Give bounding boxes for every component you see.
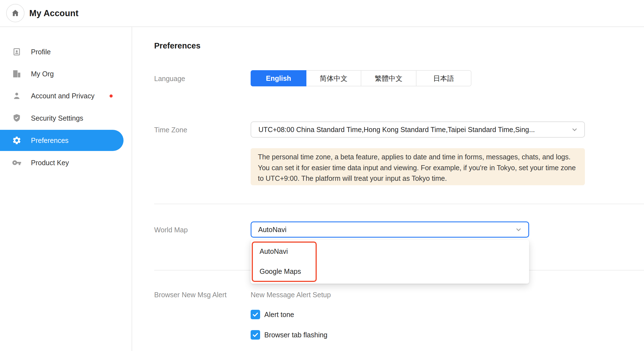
notification-dot xyxy=(110,94,113,98)
section-divider xyxy=(154,204,644,204)
sidebar-item-my-org[interactable]: My Org xyxy=(0,63,124,84)
world-map-value: AutoNavi xyxy=(251,226,286,234)
person-icon xyxy=(12,91,22,101)
language-option-japanese[interactable]: 日本語 xyxy=(417,71,471,86)
dropdown-option-autonavi[interactable]: AutoNavi xyxy=(251,241,529,261)
world-map-dropdown: AutoNavi Google Maps xyxy=(251,240,529,284)
chevron-down-icon xyxy=(515,226,522,233)
time-zone-select[interactable]: UTC+08:00 China Standard Time,Hong Kong … xyxy=(251,121,585,138)
sidebar-item-account-privacy[interactable]: Account and Privacy xyxy=(0,85,124,106)
time-zone-label: Time Zone xyxy=(154,126,187,134)
world-map-label: World Map xyxy=(154,226,188,234)
key-icon xyxy=(12,158,22,168)
section-title: Preferences xyxy=(154,41,200,50)
gear-icon xyxy=(12,135,22,145)
building-icon xyxy=(12,69,22,79)
language-segmented-control: English 简体中文 繁體中文 日本語 xyxy=(251,70,471,86)
browser-tab-flashing-checkbox-row[interactable]: Browser tab flashing xyxy=(251,330,328,340)
world-map-select[interactable]: AutoNavi xyxy=(251,221,529,238)
id-card-icon xyxy=(12,47,22,57)
sidebar-item-label: Profile xyxy=(31,48,51,56)
header: My Account xyxy=(0,0,644,27)
shield-check-icon xyxy=(12,113,22,123)
sidebar-item-security-settings[interactable]: Security Settings xyxy=(0,108,124,129)
sidebar-item-label: Preferences xyxy=(31,136,69,145)
alert-tone-checkbox-row[interactable]: Alert tone xyxy=(251,310,294,319)
sidebar-item-label: My Org xyxy=(31,70,54,78)
home-icon xyxy=(11,9,20,18)
new-message-alert-setup-label: New Message Alert Setup xyxy=(251,291,331,299)
language-option-simplified-chinese[interactable]: 简体中文 xyxy=(306,71,361,86)
page-title: My Account xyxy=(29,0,79,26)
dropdown-option-google-maps[interactable]: Google Maps xyxy=(251,261,529,281)
chevron-down-icon xyxy=(571,126,578,133)
sidebar-item-label: Security Settings xyxy=(31,114,83,122)
sidebar-item-profile[interactable]: Profile xyxy=(0,41,124,62)
time-zone-value: UTC+08:00 China Standard Time,Hong Kong … xyxy=(251,126,535,134)
sidebar-item-preferences[interactable]: Preferences xyxy=(0,130,124,151)
language-option-traditional-chinese[interactable]: 繁體中文 xyxy=(361,71,416,86)
sidebar: Profile My Org Account and Privacy Secur… xyxy=(0,27,132,351)
checkbox-checked-icon[interactable] xyxy=(251,310,260,319)
sidebar-item-label: Account and Privacy xyxy=(31,92,95,100)
browser-tab-flashing-label: Browser tab flashing xyxy=(264,331,328,339)
language-label: Language xyxy=(154,75,185,83)
sidebar-item-label: Product Key xyxy=(31,159,69,167)
home-button[interactable] xyxy=(6,4,25,22)
alert-tone-label: Alert tone xyxy=(264,311,294,319)
sidebar-item-product-key[interactable]: Product Key xyxy=(0,152,124,173)
language-option-english[interactable]: English xyxy=(251,70,306,86)
app-root: My Account Profile My Org Account and Pr… xyxy=(0,0,644,351)
browser-alert-label: Browser New Msg Alert xyxy=(154,291,227,299)
time-zone-info: The personal time zone, a beta feature, … xyxy=(251,148,585,185)
checkbox-checked-icon[interactable] xyxy=(251,330,260,340)
